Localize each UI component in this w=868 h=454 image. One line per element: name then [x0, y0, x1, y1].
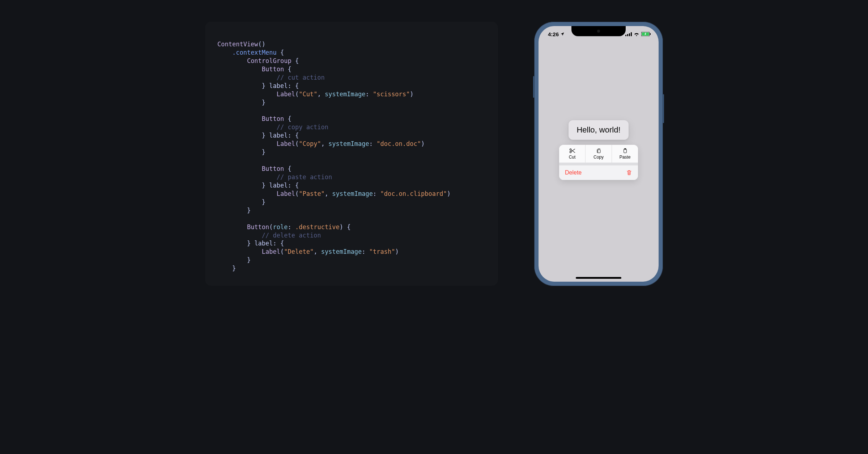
code-token-modifier: .contextMenu	[232, 49, 277, 56]
preview-text: Hello, world!	[576, 125, 620, 134]
doc-on-doc-icon	[596, 148, 602, 154]
battery-charging-icon	[641, 32, 651, 36]
location-arrow-icon	[560, 32, 565, 36]
code-comment: // delete action	[262, 232, 321, 239]
code-token-type: ContentView	[217, 41, 258, 48]
svg-rect-3	[631, 32, 632, 36]
copy-button[interactable]: Copy	[585, 145, 612, 163]
paste-label: Paste	[620, 155, 631, 160]
svg-rect-6	[650, 33, 651, 35]
trash-icon	[626, 169, 632, 176]
wifi-icon	[634, 32, 639, 36]
doc-on-clipboard-icon	[622, 148, 628, 154]
delete-label: Delete	[565, 169, 582, 176]
phone-frame: 4:26 Hello, world!	[534, 22, 663, 286]
context-menu: Hello, world! Cut	[559, 120, 638, 180]
cellular-signal-icon	[625, 32, 632, 36]
code-block: ContentView() .contextMenu { ControlGrou…	[205, 22, 498, 286]
menu-divider	[559, 163, 638, 165]
code-token-type: ControlGroup	[247, 57, 292, 64]
code-comment: // cut action	[277, 74, 325, 81]
code-comment: // copy action	[277, 123, 328, 131]
status-time: 4:26	[548, 31, 559, 37]
copy-label: Copy	[593, 155, 604, 160]
scissors-icon	[569, 148, 575, 154]
svg-rect-0	[625, 35, 626, 36]
code-token-type: Button	[262, 66, 284, 73]
svg-rect-9	[598, 150, 600, 153]
paste-button[interactable]: Paste	[612, 145, 638, 163]
svg-rect-11	[624, 148, 626, 150]
context-menu-card: Cut Copy	[559, 145, 638, 180]
context-menu-preview[interactable]: Hello, world!	[569, 120, 628, 140]
code-comment: // paste action	[277, 173, 332, 181]
control-group: Cut Copy	[559, 145, 638, 163]
home-indicator[interactable]	[576, 277, 621, 279]
cut-label: Cut	[569, 155, 576, 160]
svg-rect-1	[627, 34, 628, 36]
phone-notch	[571, 26, 626, 36]
delete-button[interactable]: Delete	[559, 165, 638, 180]
svg-rect-2	[629, 33, 630, 36]
phone-screen: 4:26 Hello, world!	[539, 26, 659, 282]
cut-button[interactable]: Cut	[559, 145, 585, 163]
